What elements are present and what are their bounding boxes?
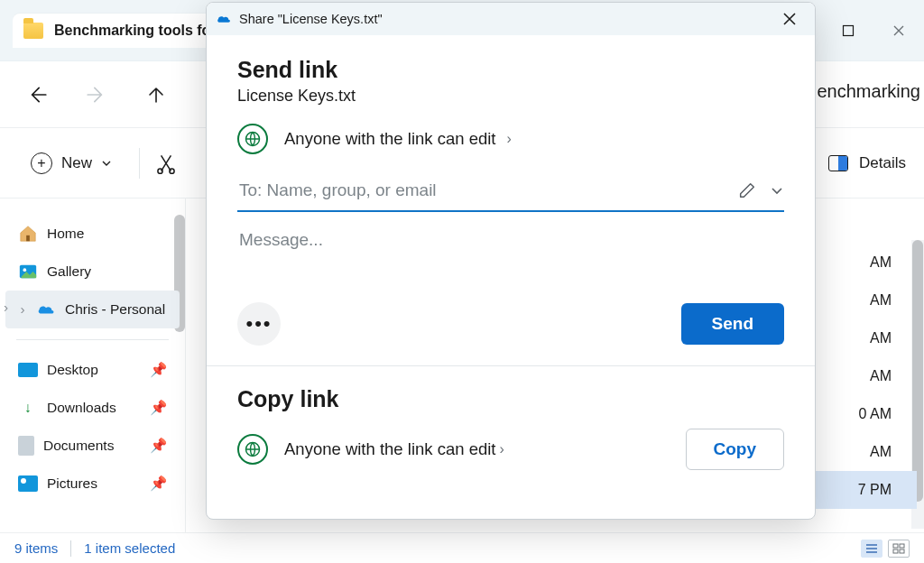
message-input[interactable] [237,228,784,291]
chevron-down-icon [101,158,112,169]
explorer-tab[interactable]: Benchmarking tools fo [13,14,225,48]
permission-text: Anyone with the link can edit [284,129,495,149]
svg-rect-0 [844,25,854,35]
sidebar-item-label: Chris - Personal [65,301,165,318]
copy-link-settings-button[interactable]: Anyone with the link can edit › [284,439,504,459]
list-item[interactable]: AM [808,244,917,282]
copy-link-row: Anyone with the link can edit › Copy [237,429,784,470]
sidebar-item-label: Desktop [47,362,98,378]
view-thumbnails-button[interactable] [888,540,910,558]
chevron-right-icon: › [499,441,504,457]
onedrive-icon [36,300,56,319]
ellipsis-icon: ••• [245,312,272,336]
dialog-body: Send link License Keys.txt Anyone with t… [207,35,815,519]
plus-icon: + [31,152,52,174]
sidebar-item-label: Documents [43,438,114,454]
nav-up-button[interactable] [139,78,173,112]
details-pane-icon [828,155,848,171]
sidebar-item-label: Gallery [47,263,91,280]
details-pane-label: Details [859,154,906,172]
folder-icon [23,23,43,39]
status-item-count: 9 items [14,540,58,556]
recipients-row [237,174,784,212]
time-cell: 7 PM [858,482,892,498]
home-icon [18,224,38,244]
window-controls [823,13,924,49]
window-restore-button[interactable] [823,13,873,49]
svg-rect-8 [893,549,898,553]
sidebar-item-downloads[interactable]: ↓ Downloads 📌 [5,389,180,427]
chevron-down-icon[interactable] [770,183,784,198]
list-item[interactable]: 7 PM [808,471,917,509]
recipients-input[interactable] [237,180,737,201]
link-settings-button[interactable]: Anyone with the link can edit › [237,124,784,154]
breadcrumb-fragment: enchmarking [817,81,920,102]
status-view-switcher [861,540,910,558]
globe-icon [237,124,268,154]
time-cell: AM [870,368,892,384]
list-item[interactable]: AM [808,357,917,395]
svg-rect-7 [900,544,904,548]
list-item[interactable]: 0 AM [808,395,917,433]
expand-chevron-icon: › [18,301,27,318]
picture-icon [18,475,38,492]
new-button[interactable]: + New [18,145,125,181]
copy-button[interactable]: Copy [686,429,785,470]
pin-icon: 📌 [150,362,167,378]
sidebar-item-pictures[interactable]: Pictures 📌 [5,465,180,503]
sidebar-item-label: Home [47,226,84,242]
cut-button[interactable] [154,152,178,175]
sidebar-item-onedrive[interactable]: › Chris - Personal [5,291,180,328]
time-cell: AM [870,444,892,460]
recipients-controls [737,180,784,200]
permission-text: Anyone with the link can edit [284,439,495,459]
monitor-icon [18,363,38,377]
more-options-button[interactable]: ••• [237,302,281,346]
new-button-label: New [61,154,92,172]
svg-rect-9 [900,549,904,553]
nav-back-button[interactable] [20,78,54,112]
pin-icon: 📌 [150,438,167,454]
send-action-row: ••• Send [237,302,784,346]
share-dialog: Share "License Keys.txt" Send link Licen… [206,2,816,520]
edit-pencil-icon[interactable] [737,180,757,200]
dialog-separator [207,365,815,366]
sidebar-item-gallery[interactable]: Gallery [5,253,180,291]
details-pane-button[interactable]: Details [828,154,906,172]
time-cell: 0 AM [859,406,892,422]
dialog-title: Share "License Keys.txt" [239,12,383,26]
toolbar-separator [139,148,140,179]
window-close-button[interactable] [873,13,924,49]
nav-forward-button[interactable] [79,78,114,112]
onedrive-icon [216,11,232,27]
list-item[interactable]: AM [808,433,917,471]
sidebar-divider [16,339,169,340]
time-cell: AM [870,292,892,309]
copy-link-heading: Copy link [237,386,784,412]
share-filename: License Keys.txt [237,87,784,106]
explorer-statusbar: 9 items 1 item selected [0,532,924,563]
view-details-button[interactable] [861,540,882,558]
list-item[interactable]: AM [808,319,917,357]
status-selected-count: 1 item selected [84,540,175,556]
pin-icon: 📌 [150,400,167,416]
dialog-close-button[interactable] [773,6,806,32]
download-icon: ↓ [18,398,38,418]
sidebar-item-documents[interactable]: Documents 📌 [5,427,180,465]
document-icon [18,436,34,456]
sidebar-item-home[interactable]: Home [5,215,180,253]
sidebar-item-label: Downloads [47,400,116,416]
list-item[interactable]: AM [808,282,917,319]
pin-icon: 📌 [150,475,167,492]
svg-point-5 [23,268,27,272]
globe-icon [237,434,268,465]
gallery-icon [18,262,38,282]
send-link-heading: Send link [237,57,784,83]
status-separator [70,540,71,557]
send-button[interactable]: Send [681,303,784,345]
svg-rect-3 [26,235,30,241]
svg-rect-6 [893,544,898,548]
sidebar-item-desktop[interactable]: Desktop 📌 [5,351,180,389]
dialog-titlebar: Share "License Keys.txt" [207,3,815,35]
time-cell: AM [870,254,892,271]
